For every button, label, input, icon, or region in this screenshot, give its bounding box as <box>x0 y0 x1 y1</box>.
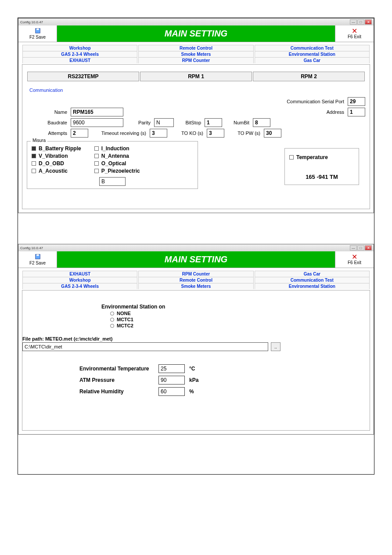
checkbox-optical[interactable] <box>94 161 99 166</box>
subtab-rpm1[interactable]: RPM 1 <box>140 72 252 81</box>
header-row: F2 Save MAIN SETTING ✕ F6 Exit <box>18 251 374 268</box>
timeout-input[interactable] <box>150 129 167 138</box>
checkbox-vibration[interactable] <box>32 154 36 158</box>
tab-remote-control[interactable]: Remote Control <box>138 45 253 51</box>
save-label: F2 Save <box>29 261 46 265</box>
toko-input[interactable] <box>207 129 224 138</box>
save-button[interactable]: F2 Save <box>18 25 57 42</box>
checkbox-battery[interactable] <box>32 146 36 151</box>
opt-piezo: P_Piezoelectric <box>101 168 140 174</box>
tab-exhaust[interactable]: EXHAUST <box>22 271 137 277</box>
minimize-button[interactable]: — <box>350 245 357 250</box>
tab-gas-car[interactable]: Gas Car <box>255 57 370 63</box>
radio-mctc1[interactable] <box>110 318 114 322</box>
close-button[interactable]: ✕ <box>365 19 372 25</box>
address-label: Address <box>327 109 348 115</box>
address-input[interactable] <box>348 108 365 116</box>
misura-select[interactable] <box>99 177 126 186</box>
bitstop-label: BitStop <box>174 120 205 125</box>
tab-rpm-counter[interactable]: RPM Counter <box>138 57 253 63</box>
baudrate-label: Baudrate <box>27 120 71 125</box>
radio-none[interactable] <box>110 312 114 316</box>
commport-input[interactable] <box>348 97 365 106</box>
exit-label: F6 Exit <box>348 34 361 39</box>
opt-none: NONE <box>117 311 131 316</box>
checkbox-induction[interactable] <box>94 146 99 151</box>
close-icon: ✕ <box>352 28 357 34</box>
env-hum-input[interactable] <box>158 387 185 396</box>
section-communication: Communication <box>29 87 365 93</box>
filepath-input[interactable] <box>22 342 268 351</box>
tab-environmental-station[interactable]: Environmental Station <box>255 51 370 57</box>
checkbox-obd[interactable] <box>32 161 36 166</box>
checkbox-temperature[interactable] <box>289 155 294 160</box>
window-title: Config 10.0.47 <box>20 246 43 250</box>
tab-remote-control[interactable]: Remote Control <box>138 277 253 283</box>
content-pane: Environmental Station on NONE MCTC1 MCTC… <box>22 290 370 431</box>
env-hum-label: Relative Humidity <box>79 388 158 395</box>
env-temp-input[interactable] <box>158 364 185 373</box>
save-icon <box>35 254 41 260</box>
exit-button[interactable]: ✕ F6 Exit <box>335 251 374 268</box>
checkbox-piezo[interactable] <box>94 169 99 173</box>
name-input[interactable] <box>71 108 123 116</box>
tab-workshop[interactable]: Workshop <box>22 277 137 283</box>
bitstop-input[interactable] <box>205 118 222 127</box>
subtab-rpm2[interactable]: RPM 2 <box>253 72 365 81</box>
topw-input[interactable] <box>264 129 281 138</box>
exit-label: F6 Exit <box>348 260 361 265</box>
subtab-rs232temp[interactable]: RS232TEMP <box>27 72 139 81</box>
tab-gas-wheels[interactable]: GAS 2-3-4 Wheels <box>22 283 137 289</box>
checkbox-acoustic[interactable] <box>32 169 36 173</box>
tab-communication-test[interactable]: Communication Test <box>255 277 370 283</box>
tabs-area: WorkshopRemote ControlCommunication Test… <box>18 42 374 63</box>
tab-smoke-meters[interactable]: Smoke Meters <box>138 283 253 289</box>
tabs-area: EXHAUSTRPM CounterGas Car WorkshopRemote… <box>18 268 374 289</box>
tab-communication-test[interactable]: Communication Test <box>255 45 370 51</box>
save-button[interactable]: F2 Save <box>18 251 57 268</box>
title-banner: MAIN SETTING <box>57 251 335 268</box>
parity-label: Parity <box>123 120 154 125</box>
config-window-rpm: Config 10.0.47 — □ ✕ F2 Save MAIN SETTIN… <box>18 18 374 213</box>
opt-battery: B_Battery Ripple <box>39 145 81 152</box>
tab-exhaust[interactable]: EXHAUST <box>22 57 137 63</box>
opt-mctc1: MCTC1 <box>117 317 133 322</box>
misura-title: Misura <box>31 138 47 143</box>
parity-select[interactable] <box>154 118 174 127</box>
tab-rpm-counter[interactable]: RPM Counter <box>138 271 253 277</box>
tab-environmental-station[interactable]: Environmental Station <box>255 283 370 289</box>
opt-antenna: N_Antenna <box>101 153 129 159</box>
env-press-input[interactable] <box>158 376 185 385</box>
env-press-label: ATM Pressure <box>79 377 158 383</box>
tab-workshop[interactable]: Workshop <box>22 45 137 51</box>
opt-induction: I_Induction <box>101 145 129 152</box>
numbit-input[interactable] <box>253 118 270 127</box>
close-button[interactable]: ✕ <box>365 245 372 250</box>
radio-mctc2[interactable] <box>110 324 114 328</box>
tab-gas-car[interactable]: Gas Car <box>255 271 370 277</box>
opt-optical: O_Optical <box>101 160 126 167</box>
commport-label: Communication Serial Port <box>287 99 348 104</box>
window-title: Config 10.0.47 <box>20 20 43 24</box>
topw-label: TO PW (s) <box>224 131 264 136</box>
config-window-env: Config 10.0.47 — □ ✕ F2 Save MAIN SETTIN… <box>18 244 374 435</box>
opt-obd: D_O_OBD <box>39 160 64 167</box>
checkbox-antenna[interactable] <box>94 154 99 158</box>
numbit-label: NumBit <box>222 120 253 125</box>
tab-gas-wheels[interactable]: GAS 2-3-4 Wheels <box>22 51 137 57</box>
tab-smoke-meters[interactable]: Smoke Meters <box>138 51 253 57</box>
temperature-box: Temperature 165 -941 TM <box>284 148 359 185</box>
minimize-button[interactable]: — <box>350 19 357 25</box>
baudrate-select[interactable] <box>71 118 123 127</box>
exit-button[interactable]: ✕ F6 Exit <box>335 25 374 42</box>
attempts-input[interactable] <box>71 129 88 138</box>
filepath-label: File path: METEO.met (c:\mctc\dir_met) <box>22 336 361 341</box>
save-label: F2 Save <box>29 35 46 40</box>
browse-button[interactable]: .. <box>271 342 281 351</box>
toko-label: TO KO (s) <box>167 131 207 136</box>
header-row: F2 Save MAIN SETTING ✕ F6 Exit <box>18 25 374 42</box>
maximize-button[interactable]: □ <box>357 19 364 25</box>
title-banner: MAIN SETTING <box>57 25 335 42</box>
maximize-button[interactable]: □ <box>357 245 364 250</box>
env-station-title: Environmental Station on <box>101 304 365 310</box>
